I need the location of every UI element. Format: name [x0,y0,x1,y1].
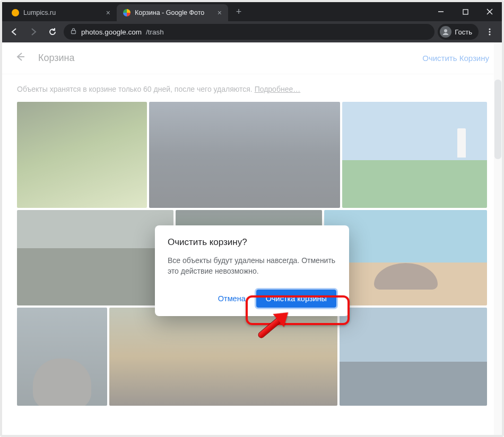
tabs-strip: Lumpics.ru × Корзина - Google Фото × + [2,2,429,21]
minimize-icon [438,8,444,15]
tab-title: Корзина - Google Фото [135,9,213,16]
dialog-body: Все объекты будут удалены навсегда. Отме… [168,255,336,277]
nav-forward-button[interactable] [25,24,41,40]
favicon-lumpics [12,9,19,16]
arrow-left-icon [10,27,19,37]
profile-chip[interactable]: Гость [438,24,479,40]
svg-point-7 [489,31,490,32]
new-tab-button[interactable]: + [231,6,246,18]
tab-google-photos[interactable]: Корзина - Google Фото × [117,4,228,21]
svg-point-6 [489,28,490,30]
reload-button[interactable] [45,24,60,40]
browser-menu-button[interactable] [482,24,498,40]
dialog-title: Очистить корзину? [168,237,336,248]
window-controls [429,2,502,21]
close-icon[interactable]: × [218,8,222,17]
maximize-button[interactable] [453,2,477,21]
close-window-button[interactable] [477,2,502,21]
url-path: /trash [146,28,164,36]
dialog-actions: Отмена Очистка корзины [168,290,336,308]
maximize-icon [463,9,468,15]
close-icon [486,8,493,15]
confirm-dialog: Очистить корзину? Все объекты будут удал… [155,225,349,316]
address-bar: photos.google.com/trash Гость [2,21,502,42]
lock-icon [70,28,77,36]
svg-point-5 [444,29,447,32]
svg-rect-1 [463,10,468,14]
close-icon[interactable]: × [106,8,110,17]
titlebar: Lumpics.ru × Корзина - Google Фото × + [2,2,502,21]
kebab-icon [485,28,494,36]
arrow-right-icon [29,27,38,37]
content-area: Корзина Очистить Корзину Объекты хранятс… [2,42,502,435]
confirm-empty-button[interactable]: Очистка корзины [256,290,336,308]
cancel-button[interactable]: Отмена [212,290,252,307]
tab-lumpics[interactable]: Lumpics.ru × [5,4,117,21]
tab-title: Lumpics.ru [23,9,102,16]
favicon-google-photos [123,9,131,16]
svg-point-8 [489,33,490,35]
url-host: photos.google.com [81,28,142,36]
svg-rect-4 [72,31,76,34]
reload-icon [48,27,57,37]
nav-back-button[interactable] [6,24,22,40]
minimize-button[interactable] [429,2,453,21]
url-field[interactable]: photos.google.com/trash [64,24,435,40]
avatar-icon [440,26,451,38]
profile-label: Гость [455,28,472,36]
browser-window: Lumpics.ru × Корзина - Google Фото × + [2,2,502,435]
